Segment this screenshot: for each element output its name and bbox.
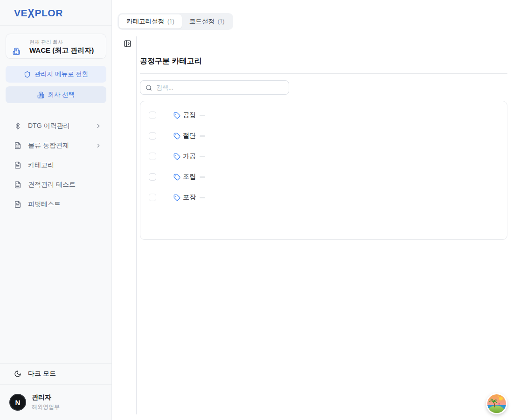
tab-count: (1) bbox=[167, 18, 174, 25]
logo-x-glyph: X bbox=[28, 6, 35, 19]
panel-toggle-icon[interactable] bbox=[124, 40, 132, 48]
avatar: N bbox=[9, 394, 26, 411]
tag-icon bbox=[173, 174, 180, 181]
category-row[interactable]: 공정 bbox=[140, 105, 507, 126]
chevron-right-icon bbox=[95, 142, 102, 149]
document-icon bbox=[14, 161, 21, 169]
bluetooth-icon bbox=[14, 122, 21, 130]
tab-code-settings[interactable]: 코드설정 (1) bbox=[182, 14, 232, 28]
dark-mode-label: 다크 모드 bbox=[28, 370, 56, 378]
user-name: 관리자 bbox=[32, 393, 60, 402]
page-title: 공정구분 카테고리 bbox=[140, 56, 201, 66]
category-list-card: 공정 절단 가공 조립 bbox=[140, 101, 507, 240]
admin-menu-switch-button[interactable]: 관리자 메뉴로 전환 bbox=[6, 66, 106, 83]
sidebar-item-quote-test[interactable]: 견적관리 테스트 bbox=[0, 175, 112, 195]
main-content: 카테고리설정 (1) 코드설정 (1) 공정구분 카테고리 공정 bbox=[112, 0, 513, 420]
sidebar-item-dtg-history[interactable]: DTG 이력관리 bbox=[0, 116, 112, 136]
tag-icon bbox=[173, 194, 180, 201]
category-label: 조립 bbox=[183, 173, 196, 181]
tag-icon bbox=[173, 133, 180, 140]
app-root: { "colors": { "accent_blue": "#3b82f6", … bbox=[0, 0, 513, 420]
sidebar-item-label: DTG 이력관리 bbox=[28, 122, 89, 130]
chevron-right-icon bbox=[95, 123, 102, 129]
admin-menu-switch-label: 관리자 메뉴로 전환 bbox=[35, 70, 89, 78]
shield-icon bbox=[24, 71, 31, 78]
category-dash bbox=[200, 156, 205, 157]
sidebar-item-label: 물류 통합관제 bbox=[28, 141, 89, 150]
document-icon bbox=[14, 181, 21, 189]
document-icon bbox=[14, 201, 21, 208]
search-icon bbox=[146, 84, 152, 91]
category-label: 공정 bbox=[183, 111, 196, 119]
sidebar-item-pivot-test[interactable]: 피벗테스트 bbox=[0, 195, 112, 214]
category-dash bbox=[200, 176, 205, 178]
sidebar-item-logistics-control[interactable]: 물류 통합관제 bbox=[0, 136, 112, 155]
document-icon bbox=[14, 142, 21, 149]
current-company-name: WACE (최고 관리자) bbox=[29, 46, 94, 55]
tab-label: 코드설정 bbox=[189, 17, 215, 26]
tab-label: 카테고리설정 bbox=[126, 17, 164, 26]
category-checkbox[interactable] bbox=[149, 112, 156, 119]
tab-category-settings[interactable]: 카테고리설정 (1) bbox=[119, 14, 182, 28]
company-select-button[interactable]: 회사 선택 bbox=[6, 86, 106, 103]
building-icon bbox=[13, 48, 20, 55]
vexplor-logo[interactable]: VEXPLOR bbox=[14, 8, 63, 18]
category-dash bbox=[200, 115, 205, 116]
category-row[interactable]: 조립 bbox=[140, 167, 507, 187]
tab-count: (1) bbox=[218, 18, 225, 25]
sidebar: VEXPLOR 현재 관리 회사 WACE (최고 관리자) 관리자 메뉴로 전… bbox=[0, 0, 112, 420]
category-label: 절단 bbox=[183, 132, 196, 140]
category-search bbox=[140, 80, 289, 95]
category-checkbox[interactable] bbox=[149, 194, 156, 201]
building-icon bbox=[37, 91, 44, 98]
category-row[interactable]: 포장 bbox=[140, 187, 507, 208]
vertical-divider bbox=[136, 36, 137, 414]
category-row[interactable]: 가공 bbox=[140, 146, 507, 167]
title-divider bbox=[140, 73, 507, 74]
category-label: 가공 bbox=[183, 152, 196, 161]
settings-tabbar: 카테고리설정 (1) 코드설정 (1) bbox=[118, 13, 233, 30]
category-label: 포장 bbox=[183, 193, 196, 202]
sidebar-item-category[interactable]: 카테고리 bbox=[0, 155, 112, 175]
moon-icon bbox=[14, 370, 21, 378]
avatar-initial: N bbox=[15, 399, 21, 406]
category-checkbox[interactable] bbox=[149, 173, 156, 181]
search-input[interactable] bbox=[156, 84, 284, 91]
category-dash bbox=[200, 135, 205, 137]
tag-icon bbox=[173, 153, 180, 160]
sidebar-menu: DTG 이력관리 물류 통합관제 카테고리 견적관리 테스트 bbox=[0, 116, 112, 214]
dark-mode-toggle[interactable]: 다크 모드 bbox=[0, 363, 112, 385]
current-company-card: 현재 관리 회사 WACE (최고 관리자) bbox=[6, 34, 106, 59]
sidebar-item-label: 카테고리 bbox=[28, 161, 102, 169]
user-info: 관리자 해외영업부 bbox=[32, 393, 60, 411]
user-profile[interactable]: N 관리자 해외영업부 bbox=[0, 385, 112, 420]
sidebar-item-label: 피벗테스트 bbox=[28, 200, 102, 209]
category-checkbox[interactable] bbox=[149, 153, 156, 160]
tropical-island-widget[interactable] bbox=[487, 394, 506, 413]
category-dash bbox=[200, 197, 205, 198]
category-checkbox[interactable] bbox=[149, 132, 156, 140]
logo-row: VEXPLOR bbox=[0, 0, 111, 26]
current-company-label: 현재 관리 회사 bbox=[29, 39, 63, 46]
category-row[interactable]: 절단 bbox=[140, 126, 507, 146]
user-department: 해외영업부 bbox=[32, 403, 60, 411]
logo-text-right: PLOR bbox=[35, 8, 63, 18]
company-select-label: 회사 선택 bbox=[48, 91, 75, 99]
sidebar-item-label: 견적관리 테스트 bbox=[28, 181, 102, 189]
tag-icon bbox=[173, 112, 180, 119]
logo-text-left: VE bbox=[14, 8, 28, 18]
